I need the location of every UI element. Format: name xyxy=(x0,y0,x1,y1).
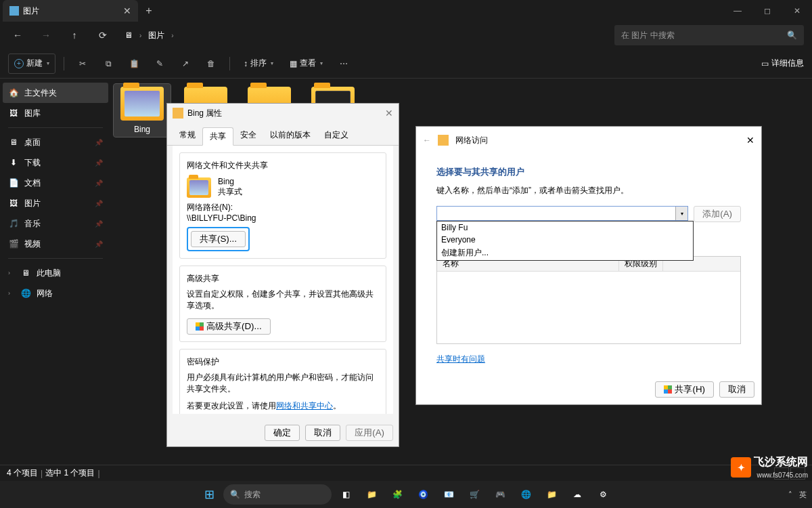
delete-button[interactable]: 🗑 xyxy=(201,54,221,74)
tab-custom[interactable]: 自定义 xyxy=(317,127,355,145)
share-button[interactable]: 共享(S)... xyxy=(191,231,246,247)
cancel-button[interactable]: 取消 xyxy=(305,425,340,441)
group-title: 网络文件和文件夹共享 xyxy=(187,160,379,171)
paste-button[interactable]: 📋 xyxy=(124,54,144,74)
sidebar-item-network[interactable]: ›🌐网络 xyxy=(3,283,108,303)
pin-icon: 📌 xyxy=(95,240,103,248)
sidebar-item-label: 网络 xyxy=(37,288,53,299)
maximize-button[interactable]: ◻ xyxy=(752,0,782,22)
sidebar-item-music[interactable]: 🎵音乐📌 xyxy=(3,213,108,234)
breadcrumb-item[interactable]: 图片 xyxy=(148,30,164,41)
taskbar-app[interactable]: 🧿 xyxy=(411,483,434,506)
taskbar-app[interactable]: 🎮 xyxy=(489,483,512,506)
network-center-link[interactable]: 网络和共享中心 xyxy=(276,401,333,410)
new-tab-button[interactable]: + xyxy=(138,5,160,17)
share-button-highlight: 共享(S)... xyxy=(187,227,250,251)
sidebar-item-home[interactable]: 🏠 主文件夹 xyxy=(3,83,108,103)
dropdown-item[interactable]: Everyone xyxy=(437,234,693,246)
details-button[interactable]: ▭ 详细信息 xyxy=(761,58,804,69)
pc-icon: 🖥 xyxy=(20,268,31,278)
share-button[interactable]: ↗ xyxy=(175,54,196,74)
sidebar-item-pictures[interactable]: 🖼图片📌 xyxy=(3,193,108,213)
copy-button[interactable]: ⧉ xyxy=(98,54,118,74)
close-window-button[interactable]: ✕ xyxy=(782,0,812,22)
apply-button[interactable]: 应用(A) xyxy=(346,425,393,441)
back-button[interactable]: ← xyxy=(423,135,431,145)
up-button[interactable]: ↑ xyxy=(65,26,84,45)
taskbar-app[interactable]: 🌐 xyxy=(514,483,537,506)
dialog-title: 网络访问 xyxy=(455,135,488,146)
task-view-button[interactable]: ◧ xyxy=(334,483,357,506)
user-combobox[interactable]: ▾ xyxy=(436,206,688,221)
close-icon[interactable]: ✕ xyxy=(385,108,393,119)
taskbar-app[interactable]: 📁 xyxy=(360,483,383,506)
chevron-up-icon[interactable]: ˄ xyxy=(788,490,792,499)
close-icon[interactable]: ✕ xyxy=(746,135,754,146)
search-icon: 🔍 xyxy=(230,490,240,499)
ok-button[interactable]: 确定 xyxy=(265,425,300,441)
sidebar-item-gallery[interactable]: 🖼 图库 xyxy=(3,103,108,123)
folder-icon xyxy=(173,108,183,119)
dropdown-item[interactable]: 创建新用户... xyxy=(437,246,693,260)
refresh-button[interactable]: ⟳ xyxy=(93,26,112,45)
tab-share[interactable]: 共享 xyxy=(202,127,233,146)
sidebar-item-desktop[interactable]: 🖥桌面📌 xyxy=(3,132,108,152)
sidebar-item-downloads[interactable]: ⬇下载📌 xyxy=(3,152,108,173)
minimize-button[interactable]: — xyxy=(723,0,752,22)
sidebar-item-documents[interactable]: 📄文档📌 xyxy=(3,173,108,193)
taskbar-app[interactable]: 📁 xyxy=(540,483,563,506)
windows-icon: ⊞ xyxy=(204,487,215,502)
folder-label: Bing xyxy=(134,125,150,134)
taskbar-search[interactable]: 🔍 搜索 xyxy=(223,484,332,505)
sidebar-item-thispc[interactable]: ›🖥此电脑 xyxy=(3,263,108,283)
pw-line1: 用户必须具有此计算机的用户帐户和密码，才能访问共享文件夹。 xyxy=(187,372,379,395)
advanced-share-button[interactable]: 高级共享(D)... xyxy=(187,318,271,335)
trouble-link[interactable]: 共享时有问题 xyxy=(436,354,485,364)
new-button[interactable]: + 新建 ▾ xyxy=(8,54,55,74)
sidebar-item-label: 此电脑 xyxy=(37,268,61,279)
back-button[interactable]: ← xyxy=(8,26,27,45)
user-list[interactable]: 名称 权限级别 xyxy=(436,256,741,344)
chevron-down-icon[interactable]: ▾ xyxy=(675,207,687,220)
lang-indicator[interactable]: 英 xyxy=(799,490,807,500)
tab-active[interactable]: 图片 ✕ xyxy=(3,0,138,22)
netpath-value: \\BILLYFU-PC\Bing xyxy=(187,213,379,223)
properties-dialog: Bing 属性 ✕ 常规 共享 安全 以前的版本 自定义 网络文件和文件夹共享 … xyxy=(166,103,399,447)
user-dropdown: Billy Fu Everyone 创建新用户... xyxy=(436,221,694,261)
cut-button[interactable]: ✂ xyxy=(72,54,93,74)
taskbar-app[interactable]: 🧩 xyxy=(386,483,409,506)
taskbar-app[interactable]: 🛒 xyxy=(463,483,486,506)
search-input[interactable]: 在 图片 中搜索 🔍 xyxy=(614,25,804,45)
folder-bing[interactable]: Bing xyxy=(114,84,171,137)
cancel-button[interactable]: 取消 xyxy=(719,381,754,398)
more-button[interactable]: ⋯ xyxy=(334,54,354,74)
share-hint: 键入名称，然后单击“添加”，或者单击箭头查找用户。 xyxy=(436,185,741,196)
rename-button[interactable]: ✎ xyxy=(150,54,170,74)
share-confirm-button[interactable]: 共享(H) xyxy=(655,381,714,398)
tab-security[interactable]: 安全 xyxy=(233,127,263,145)
system-tray[interactable]: ˄ 英 xyxy=(788,490,807,500)
view-button[interactable]: ▦ 查看 ▾ xyxy=(284,54,328,74)
netpath-label: 网络路径(N): xyxy=(187,202,379,213)
taskbar-app[interactable]: ☁ xyxy=(566,483,589,506)
adv-share-label: 高级共享(D)... xyxy=(206,320,262,333)
details-icon: ▭ xyxy=(761,59,769,68)
dropdown-item[interactable]: Billy Fu xyxy=(437,221,693,234)
dialog-titlebar[interactable]: Bing 属性 ✕ xyxy=(167,104,399,123)
pin-icon: 📌 xyxy=(95,139,103,146)
tab-previous-versions[interactable]: 以前的版本 xyxy=(263,127,317,145)
add-button[interactable]: 添加(A) xyxy=(694,206,741,222)
taskbar-app[interactable]: 📧 xyxy=(437,483,460,506)
search-placeholder: 在 图片 中搜索 xyxy=(621,30,787,41)
network-share-group: 网络文件和文件夹共享 Bing 共享式 网络路径(N): \\BILLYFU-P… xyxy=(179,152,386,259)
sort-button[interactable]: ↕ 排序 ▾ xyxy=(238,54,279,74)
taskbar-app[interactable]: ⚙ xyxy=(591,483,614,506)
forward-button[interactable]: → xyxy=(37,26,55,45)
sidebar-item-videos[interactable]: 🎬视频📌 xyxy=(3,234,108,254)
close-icon[interactable]: ✕ xyxy=(123,5,131,16)
breadcrumb[interactable]: 🖥 › 图片 › xyxy=(125,30,174,41)
folder-icon xyxy=(187,177,211,198)
tab-general[interactable]: 常规 xyxy=(173,127,202,145)
start-button[interactable]: ⊞ xyxy=(198,483,221,506)
user-input[interactable] xyxy=(437,207,675,220)
